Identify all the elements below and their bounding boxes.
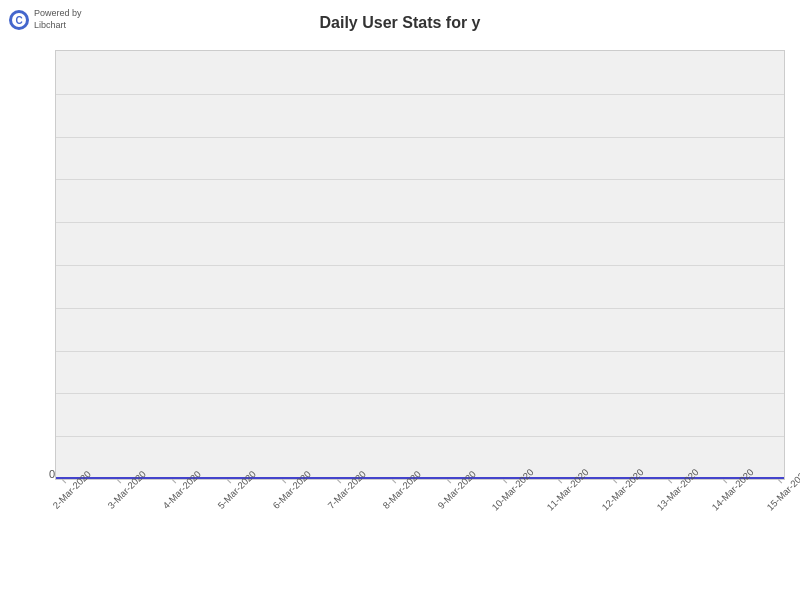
- x-tick-mark: [62, 480, 66, 484]
- chart-container: C Powered by Libchart Daily User Stats f…: [0, 0, 800, 600]
- x-tick-mark: [392, 480, 396, 484]
- x-tick-mark: [117, 480, 121, 484]
- x-tick-mark: [777, 480, 781, 484]
- gridline: [56, 179, 784, 180]
- gridline: [56, 351, 784, 352]
- x-tick-mark: [172, 480, 176, 484]
- gridline: [56, 222, 784, 223]
- x-axis: 2-Mar-20203-Mar-20204-Mar-20205-Mar-2020…: [55, 480, 785, 590]
- chart-plot-area: [55, 50, 785, 480]
- x-tick-mark: [447, 480, 451, 484]
- gridline: [56, 94, 784, 95]
- gridline: [56, 436, 784, 437]
- gridline: [56, 137, 784, 138]
- y-axis: 0: [35, 50, 55, 480]
- gridline: [56, 308, 784, 309]
- chart-title: Daily User Stats for y: [0, 14, 800, 32]
- gridline: [56, 265, 784, 266]
- x-tick-mark: [612, 480, 616, 484]
- x-tick-mark: [722, 480, 726, 484]
- x-tick-mark: [337, 480, 341, 484]
- x-tick-mark: [557, 480, 561, 484]
- x-tick-mark: [667, 480, 671, 484]
- gridline: [56, 393, 784, 394]
- x-tick-mark: [227, 480, 231, 484]
- x-tick-mark: [282, 480, 286, 484]
- x-tick-mark: [502, 480, 506, 484]
